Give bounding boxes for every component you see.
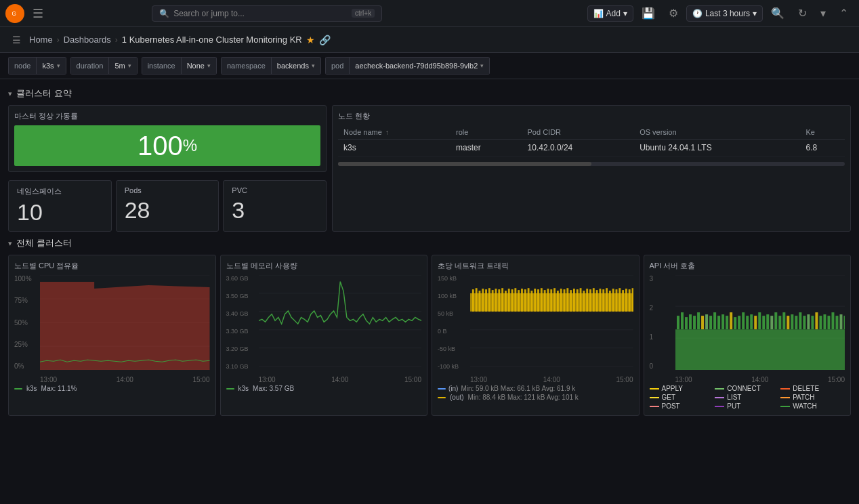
uptime-value: 100	[138, 131, 183, 161]
svg-rect-61	[602, 289, 604, 312]
node-value[interactable]: k3s ▾	[36, 57, 66, 75]
sidebar-toggle[interactable]: ☰	[8, 32, 25, 48]
chevron-down-icon3[interactable]: ▾	[815, 4, 831, 22]
breadcrumb-sep2: ›	[115, 35, 118, 45]
duration-value[interactable]: 5m ▾	[108, 57, 137, 75]
zoom-out-icon[interactable]: 🔍	[766, 4, 790, 22]
svg-rect-36	[521, 289, 523, 312]
api-legend-get: GET	[650, 394, 714, 401]
time-range-button[interactable]: 🕐 Last 3 hours ▾	[686, 5, 763, 22]
save-icon[interactable]: 💾	[636, 4, 661, 22]
svg-rect-23	[479, 291, 481, 312]
svg-rect-102	[782, 312, 785, 329]
stats-row: 네임스페이스 10 Pods 28 PVC 3	[8, 180, 327, 232]
svg-rect-78	[685, 317, 688, 329]
svg-rect-68	[625, 289, 627, 312]
svg-rect-38	[528, 288, 530, 312]
svg-rect-22	[476, 288, 478, 312]
cell-ke: 6.8	[801, 140, 845, 156]
col-node-name[interactable]: Node name ↑	[338, 125, 451, 140]
svg-rect-52	[573, 289, 575, 312]
svg-rect-45	[550, 289, 552, 312]
svg-rect-57	[589, 289, 591, 312]
col-pod-cidr[interactable]: Pod CIDR	[522, 125, 635, 140]
svg-rect-58	[593, 288, 595, 312]
svg-rect-56	[586, 289, 588, 312]
col-role[interactable]: role	[451, 125, 522, 140]
breadcrumb-dashboards[interactable]: Dashboards	[64, 35, 111, 45]
svg-rect-117	[843, 316, 845, 329]
svg-rect-87	[721, 314, 724, 329]
instance-value[interactable]: None ▾	[181, 57, 217, 75]
api-legend-list: LIST	[715, 394, 779, 401]
network-chart-title: 초당 네트워크 트래픽	[438, 261, 633, 271]
svg-rect-79	[689, 314, 692, 329]
svg-rect-40	[534, 289, 536, 312]
svg-rect-60	[599, 289, 601, 312]
svg-rect-50	[566, 288, 568, 312]
api-legend-put: PUT	[715, 402, 779, 410]
api-x-labels: 13:00 14:00 15:00	[675, 376, 845, 383]
svg-rect-32	[508, 289, 510, 312]
svg-rect-62	[606, 288, 608, 312]
svg-rect-67	[622, 290, 624, 312]
svg-rect-83	[705, 314, 708, 329]
apply-color	[650, 388, 659, 390]
svg-rect-104	[791, 314, 793, 329]
refresh-icon[interactable]: ↻	[793, 4, 812, 22]
collapse-icon[interactable]: ⌃	[834, 4, 854, 22]
legend-in-label: (in)	[448, 385, 458, 392]
collapse-all-cluster-icon[interactable]: ▾	[8, 239, 12, 248]
left-panels: 마스터 정상 가동률 100 % 네임스페이스 10 Pods 28 PVC	[8, 105, 327, 232]
table-scrollbar[interactable]	[338, 162, 845, 166]
menu-icon[interactable]: ☰	[28, 3, 47, 24]
svg-rect-84	[709, 316, 712, 329]
namespace-value[interactable]: backends ▾	[271, 57, 321, 75]
svg-rect-41	[537, 289, 539, 312]
share-icon[interactable]: 🔗	[319, 35, 331, 45]
svg-rect-47	[557, 291, 559, 312]
api-legend-patch: PATCH	[780, 394, 845, 401]
node-filter: node k3s ▾	[8, 57, 66, 75]
breadcrumb-home[interactable]: Home	[29, 35, 53, 45]
col-ke[interactable]: Ke	[801, 125, 845, 140]
search-shortcut: ctrl+k	[352, 9, 375, 18]
svg-rect-59	[596, 290, 598, 312]
api-legend: APPLY CONNECT DELETE GET LIST	[650, 385, 845, 410]
settings-icon[interactable]: ⚙	[663, 4, 684, 22]
cell-pod-cidr: 10.42.0.0/24	[522, 140, 635, 156]
pod-value[interactable]: aecheck-backend-79dd95b898-9vlb2 ▾	[349, 57, 490, 75]
svg-rect-113	[827, 316, 830, 329]
post-label: POST	[662, 402, 680, 410]
add-button[interactable]: 📊 Add ▾	[587, 5, 633, 22]
api-y-labels: 3 2 1 0	[650, 275, 675, 370]
svg-rect-97	[762, 316, 765, 329]
legend-in-stats: Min: 59.0 kB Max: 66.1 kB Avg: 61.9 k	[461, 385, 575, 392]
svg-rect-114	[831, 312, 834, 329]
topbar: G ☰ 🔍 Search or jump to... ctrl+k 📊 Add …	[0, 0, 859, 27]
api-legend-connect: CONNECT	[715, 385, 779, 392]
search-bar[interactable]: 🔍 Search or jump to... ctrl+k	[152, 5, 382, 22]
col-os-version[interactable]: OS version	[634, 125, 800, 140]
list-label: LIST	[727, 394, 741, 401]
api-chart-area: 3 2 1 0	[650, 275, 845, 383]
cpu-chart-title: 노드별 CPU 점유율	[14, 261, 210, 271]
collapse-cluster-icon[interactable]: ▾	[8, 89, 12, 98]
breadcrumb-sep1: ›	[57, 35, 60, 45]
svg-rect-46	[553, 288, 556, 312]
star-icon[interactable]: ★	[306, 35, 315, 45]
legend-max-k3s: Max: 11.1%	[41, 385, 77, 392]
network-y-labels: 150 kB 100 kB 50 kB 0 B -50 kB -100 kB	[438, 275, 469, 370]
legend-color-k3s	[14, 388, 22, 390]
legend-color-memory	[226, 388, 234, 390]
svg-rect-99	[770, 316, 773, 329]
svg-rect-77	[681, 312, 684, 329]
all-cluster-section: ▾ 전체 클러스터	[8, 237, 851, 249]
svg-rect-76	[677, 316, 679, 329]
cpu-chart-panel: 노드별 CPU 점유율 100% 75% 50% 25% 0%	[8, 255, 216, 416]
network-chart-svg	[470, 275, 633, 366]
pods-stat-label: Pods	[125, 186, 211, 194]
svg-rect-101	[778, 316, 781, 329]
duration-filter: duration 5m ▾	[70, 57, 138, 75]
svg-rect-98	[766, 314, 769, 329]
